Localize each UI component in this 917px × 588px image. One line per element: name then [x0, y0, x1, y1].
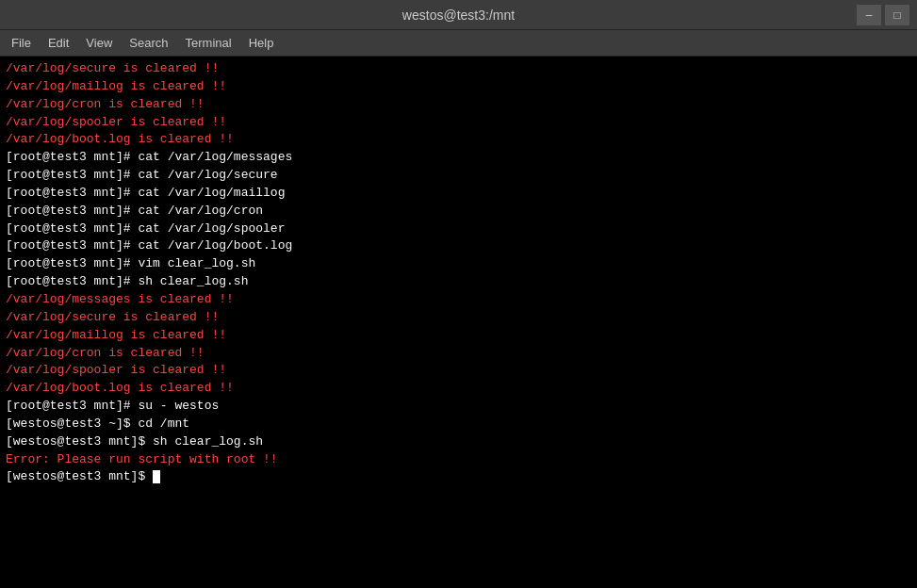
- terminal-body[interactable]: /var/log/secure is cleared !!/var/log/ma…: [0, 57, 917, 588]
- terminal-cursor: [153, 470, 160, 483]
- terminal-line: /var/log/secure is cleared !!: [6, 60, 911, 78]
- terminal-line: [westos@test3 mnt]$ sh clear_log.sh: [6, 433, 911, 451]
- menu-item-file[interactable]: File: [4, 34, 39, 52]
- title-bar: westos@test3:/mnt – □: [0, 0, 917, 30]
- terminal-line: [root@test3 mnt]# cat /var/log/cron: [6, 203, 911, 220]
- terminal-line: /var/log/spooler is cleared !!: [6, 362, 911, 380]
- terminal-line: /var/log/messages is cleared !!: [6, 291, 911, 309]
- terminal-line: Error: Please run script with root !!: [6, 451, 911, 469]
- menu-item-edit[interactable]: Edit: [41, 34, 76, 52]
- terminal-line: /var/log/spooler is cleared !!: [6, 114, 911, 132]
- window-controls: – □: [857, 5, 909, 25]
- terminal-line: [root@test3 mnt]# cat /var/log/boot.log: [6, 237, 911, 255]
- terminal-line: [root@test3 mnt]# su - westos: [6, 398, 911, 416]
- menu-item-help[interactable]: Help: [241, 34, 282, 52]
- maximize-button[interactable]: □: [885, 5, 909, 25]
- terminal-line: [root@test3 mnt]# cat /var/log/messages: [6, 149, 911, 167]
- terminal-line: /var/log/secure is cleared !!: [6, 309, 911, 327]
- terminal-line: /var/log/boot.log is cleared !!: [6, 380, 911, 398]
- terminal-line: [root@test3 mnt]# cat /var/log/secure: [6, 167, 911, 185]
- minimize-button[interactable]: –: [857, 5, 881, 25]
- terminal-line: [root@test3 mnt]# cat /var/log/spooler: [6, 220, 911, 238]
- terminal-line: [root@test3 mnt]# cat /var/log/maillog: [6, 185, 911, 203]
- menu-item-search[interactable]: Search: [122, 34, 175, 52]
- terminal-line: [westos@test3 ~]$ cd /mnt: [6, 416, 911, 433]
- terminal-line: /var/log/maillog is cleared !!: [6, 327, 911, 345]
- terminal-line: /var/log/cron is cleared !!: [6, 345, 911, 363]
- window-title: westos@test3:/mnt: [402, 8, 515, 23]
- terminal-line: /var/log/maillog is cleared !!: [6, 78, 911, 96]
- terminal-line: [root@test3 mnt]# vim clear_log.sh: [6, 255, 911, 273]
- terminal-line: [westos@test3 mnt]$: [6, 468, 911, 486]
- menu-bar: FileEditViewSearchTerminalHelp: [0, 30, 917, 57]
- terminal-line: /var/log/cron is cleared !!: [6, 96, 911, 114]
- menu-item-terminal[interactable]: Terminal: [178, 34, 239, 52]
- terminal-line: [root@test3 mnt]# sh clear_log.sh: [6, 273, 911, 291]
- menu-item-view[interactable]: View: [78, 34, 120, 52]
- terminal-line: /var/log/boot.log is cleared !!: [6, 131, 911, 149]
